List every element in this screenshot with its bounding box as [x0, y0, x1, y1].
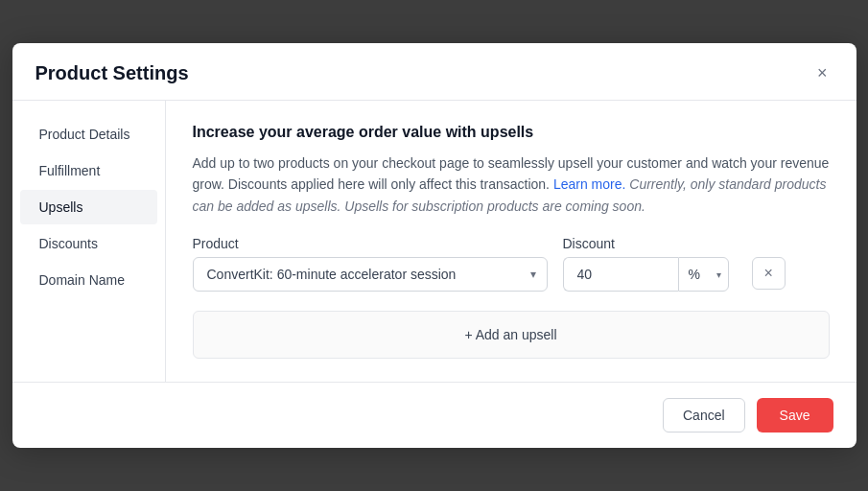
- close-button[interactable]: ×: [811, 62, 833, 83]
- sidebar-item-upsells[interactable]: Upsells: [20, 190, 157, 224]
- discount-label: Discount: [563, 236, 615, 251]
- product-select[interactable]: ConvertKit: 60-minute accelerator sessio…: [193, 257, 548, 292]
- learn-more-link[interactable]: Learn more.: [553, 176, 625, 192]
- product-select-wrapper: ConvertKit: 60-minute accelerator sessio…: [193, 257, 548, 292]
- form-labels: Product Discount: [193, 236, 830, 251]
- sidebar-item-discounts[interactable]: Discounts: [20, 226, 157, 261]
- discount-type-select[interactable]: % $: [678, 257, 729, 292]
- discount-wrapper: % $ ▾: [563, 257, 729, 292]
- content-description: Add up to two products on your checkout …: [193, 152, 830, 217]
- modal-body: Product Details Fulfillment Upsells Disc…: [12, 101, 856, 382]
- content-area: Increase your average order value with u…: [166, 101, 856, 382]
- remove-upsell-button[interactable]: ×: [752, 257, 786, 290]
- sidebar: Product Details Fulfillment Upsells Disc…: [12, 101, 166, 382]
- save-button[interactable]: Save: [757, 398, 833, 433]
- product-label: Product: [193, 236, 548, 251]
- form-row: ConvertKit: 60-minute accelerator sessio…: [193, 257, 830, 292]
- sidebar-item-fulfillment[interactable]: Fulfillment: [20, 153, 157, 188]
- modal-overlay: Product Settings × Product Details Fulfi…: [0, 0, 868, 491]
- sidebar-item-product-details[interactable]: Product Details: [20, 117, 157, 152]
- sidebar-item-domain-name[interactable]: Domain Name: [20, 263, 157, 297]
- discount-type-wrapper: % $ ▾: [678, 257, 729, 292]
- modal-footer: Cancel Save: [12, 382, 856, 448]
- product-settings-modal: Product Settings × Product Details Fulfi…: [12, 43, 856, 448]
- modal-title: Product Settings: [35, 62, 189, 84]
- discount-input[interactable]: [563, 257, 678, 292]
- modal-header: Product Settings ×: [12, 43, 856, 101]
- add-upsell-button[interactable]: + Add an upsell: [193, 311, 830, 359]
- cancel-button[interactable]: Cancel: [663, 398, 745, 433]
- content-title: Increase your average order value with u…: [193, 124, 830, 141]
- remove-icon: ×: [764, 266, 773, 281]
